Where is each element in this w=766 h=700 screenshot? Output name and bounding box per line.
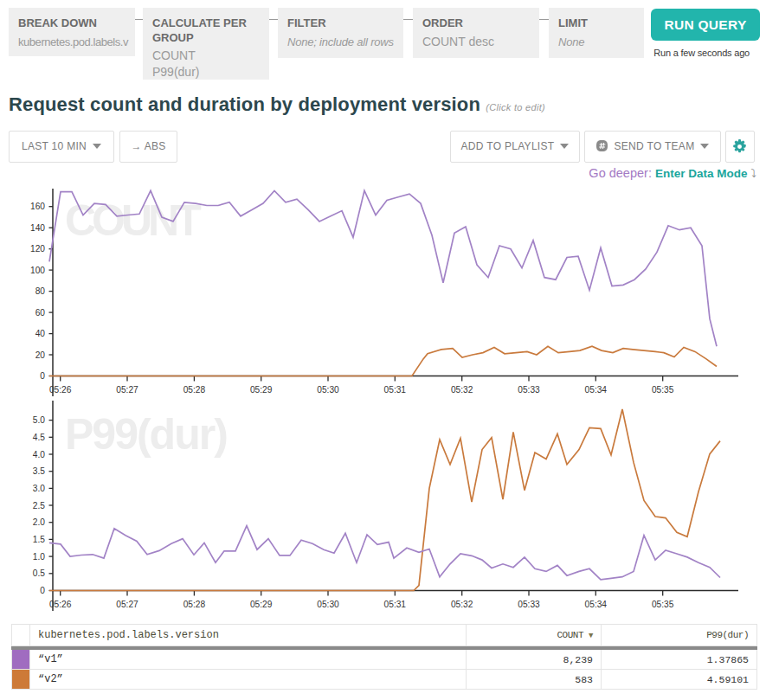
svg-text:05:33: 05:33: [518, 385, 540, 395]
svg-text:05:29: 05:29: [250, 385, 273, 395]
svg-text:P99(dur): P99(dur): [65, 410, 227, 459]
svg-text:05:35: 05:35: [652, 385, 674, 395]
svg-text:05:30: 05:30: [317, 385, 339, 395]
svg-text:05:31: 05:31: [384, 385, 407, 395]
svg-text:60: 60: [35, 308, 46, 318]
svg-text:05:34: 05:34: [585, 600, 608, 609]
svg-text:1.0: 1.0: [33, 552, 45, 562]
svg-text:05:33: 05:33: [518, 600, 540, 609]
svg-text:3.5: 3.5: [33, 466, 45, 476]
svg-text:120: 120: [30, 244, 45, 254]
svg-text:0.5: 0.5: [33, 568, 45, 578]
svg-text:05:32: 05:32: [451, 385, 473, 395]
svg-text:05:30: 05:30: [317, 600, 339, 609]
svg-text:05:28: 05:28: [183, 385, 206, 395]
svg-text:05:28: 05:28: [183, 600, 206, 609]
svg-text:05:32: 05:32: [451, 600, 473, 609]
svg-text:80: 80: [35, 286, 46, 296]
svg-text:40: 40: [35, 329, 46, 338]
svg-text:05:27: 05:27: [116, 600, 138, 609]
svg-text:160: 160: [30, 202, 45, 211]
svg-text:5.0: 5.0: [33, 415, 45, 425]
svg-text:140: 140: [30, 223, 45, 233]
svg-text:1.5: 1.5: [33, 535, 45, 544]
svg-text:05:35: 05:35: [652, 600, 674, 609]
svg-text:05:29: 05:29: [250, 600, 273, 609]
svg-text:4.0: 4.0: [33, 450, 45, 459]
svg-text:2.0: 2.0: [33, 517, 45, 527]
svg-text:20: 20: [35, 350, 46, 360]
svg-text:4.5: 4.5: [33, 433, 45, 442]
svg-text:05:34: 05:34: [585, 385, 608, 395]
svg-text:2.5: 2.5: [33, 501, 45, 511]
svg-text:100: 100: [30, 266, 45, 275]
svg-text:0: 0: [40, 371, 45, 381]
svg-text:COUNT: COUNT: [65, 196, 201, 245]
svg-text:05:27: 05:27: [116, 385, 138, 395]
svg-text:0: 0: [40, 586, 45, 595]
svg-text:3.0: 3.0: [33, 484, 45, 493]
svg-text:05:31: 05:31: [384, 600, 407, 609]
